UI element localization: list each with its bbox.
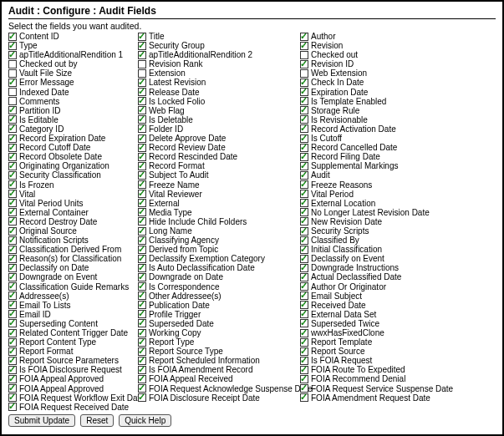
field-option[interactable]: External Data Set [300, 310, 496, 319]
field-option[interactable]: Notification Scripts [8, 236, 138, 245]
field-option[interactable]: New Revision Date [300, 217, 496, 226]
field-option[interactable]: Subject To Audit [138, 170, 300, 180]
field-option[interactable]: Is Revisionable [300, 115, 496, 124]
checkbox-icon[interactable] [8, 60, 17, 68]
field-option[interactable]: Downgrade Instructions [300, 263, 496, 272]
field-option[interactable]: Originating Organization [8, 161, 138, 170]
checkbox-icon[interactable] [138, 217, 146, 226]
field-option[interactable]: FOIA Recommend Denial [300, 374, 496, 383]
field-option[interactable]: FOIA Request Received Date [8, 403, 138, 412]
checkbox-icon[interactable] [300, 393, 308, 402]
field-option[interactable]: Derived from Topic [138, 245, 300, 254]
field-option[interactable]: Record Cutoff Date [8, 143, 138, 152]
field-option[interactable]: Freeze Reasons [300, 180, 496, 190]
field-option[interactable]: FOIA Request Workflow Exit Date [8, 393, 138, 403]
field-option[interactable]: Email To Lists [8, 301, 138, 310]
field-option[interactable]: Vital [8, 190, 138, 199]
field-option[interactable]: Received Date [300, 301, 496, 310]
field-option[interactable]: Category ID [8, 124, 138, 134]
field-option[interactable]: Is Template Enabled [300, 97, 496, 106]
field-option[interactable]: Other Addressee(s) [138, 292, 300, 301]
field-option[interactable]: FOIA Disclosure Receipt Date [138, 393, 300, 403]
field-option[interactable]: FOIA Amendment Request Date [300, 393, 496, 403]
field-option[interactable]: Is FOIA Disclosure Request [8, 365, 138, 374]
field-option[interactable]: Report Template [300, 337, 496, 347]
field-option[interactable]: FOIA Request Acknowledge Suspense Date [138, 384, 300, 393]
field-option[interactable]: Web Extension [300, 68, 496, 78]
quick-help-button[interactable]: Quick Help [119, 414, 171, 427]
field-option[interactable]: Profile Trigger [138, 310, 300, 319]
field-option[interactable]: Vault File Size [8, 68, 138, 78]
field-option[interactable]: Content ID [8, 32, 138, 41]
checkbox-icon[interactable] [138, 124, 146, 133]
field-option[interactable]: apTitleAdditionalRendition 1 [8, 50, 138, 59]
field-option[interactable]: Latest Revision [138, 78, 300, 87]
field-option[interactable]: Report Source [300, 347, 496, 356]
checkbox-icon[interactable] [138, 60, 146, 68]
field-option[interactable]: Actual Declassified Date [300, 272, 496, 281]
field-option[interactable]: Security Classification [8, 170, 138, 180]
field-option[interactable]: Title [138, 32, 300, 41]
field-option[interactable]: External Location [300, 199, 496, 208]
field-option[interactable]: Web Flag [138, 106, 300, 115]
field-option[interactable]: Superseding Content [8, 319, 138, 328]
checkbox-icon[interactable] [8, 403, 17, 411]
field-option[interactable]: Report Content Type [8, 337, 138, 347]
field-option[interactable]: Is Frozen [8, 180, 138, 190]
field-option[interactable]: Classified By [300, 236, 496, 245]
checkbox-icon[interactable] [300, 42, 308, 50]
checkbox-icon[interactable] [8, 79, 17, 87]
field-option[interactable]: Is Deletable [138, 115, 300, 124]
field-option[interactable]: Partition ID [8, 106, 138, 115]
field-option[interactable]: FOIA Request Service Suspense Date [300, 384, 496, 393]
field-option[interactable]: Report Scheduled Information [138, 356, 300, 365]
field-option[interactable]: Hide Include Child Folders [138, 217, 300, 226]
field-option[interactable]: Record Activation Date [300, 124, 496, 134]
field-option[interactable]: Vital Period Units [8, 199, 138, 208]
field-option[interactable]: Superseded Twice [300, 319, 496, 328]
field-option[interactable]: Report Source Type [138, 347, 300, 356]
field-option[interactable]: Report Format [8, 347, 138, 356]
checkbox-icon[interactable] [8, 319, 17, 327]
field-option[interactable]: Extension [138, 68, 300, 78]
field-option[interactable]: Freeze Name [138, 180, 300, 190]
field-option[interactable]: Author [300, 32, 496, 41]
field-option[interactable]: Classification Derived From [8, 245, 138, 254]
submit-update-button[interactable]: Submit Update [8, 414, 75, 427]
field-option[interactable]: Indexed Date [8, 88, 138, 97]
field-option[interactable]: Record Destroy Date [8, 217, 138, 226]
checkbox-icon[interactable] [300, 319, 308, 327]
field-option[interactable]: Record Format [138, 161, 300, 170]
field-option[interactable]: Security Group [138, 41, 300, 50]
field-option[interactable]: Classification Guide Remarks [8, 282, 138, 292]
field-option[interactable]: Type [8, 41, 138, 50]
field-option[interactable]: Email Subject [300, 292, 496, 301]
field-option[interactable]: Record Filing Date [300, 152, 496, 161]
field-option[interactable]: Revision [300, 41, 496, 50]
field-option[interactable]: Email ID [8, 310, 138, 319]
field-option[interactable]: Classifying Agency [138, 236, 300, 245]
field-option[interactable]: Report Source Parameters [8, 356, 138, 365]
field-option[interactable]: Long Name [138, 226, 300, 236]
field-option[interactable]: Error Message [8, 78, 138, 87]
checkbox-icon[interactable] [8, 51, 17, 59]
field-option[interactable]: Superseded Date [138, 319, 300, 328]
field-option[interactable]: Record Cancelled Date [300, 143, 496, 152]
field-option[interactable]: External [138, 199, 300, 208]
field-option[interactable]: Is Locked Folio [138, 97, 300, 106]
field-option[interactable]: Declassify Exemption Category [138, 254, 300, 263]
field-option[interactable]: Comments [8, 97, 138, 106]
field-option[interactable]: apTitleAdditionalRendition 2 [138, 50, 300, 59]
reset-button[interactable]: Reset [80, 414, 114, 427]
field-option[interactable]: Publication Date [138, 301, 300, 310]
field-option[interactable]: Delete Approve Date [138, 134, 300, 143]
field-option[interactable]: Working Copy [138, 328, 300, 337]
field-option[interactable]: Is Auto Declassification Date [138, 263, 300, 272]
field-option[interactable]: Is Editable [8, 115, 138, 124]
field-option[interactable]: Declassify on Event [300, 254, 496, 263]
field-option[interactable]: FOIA Route To Expedited [300, 365, 496, 374]
field-option[interactable]: Downgrade on Event [8, 272, 138, 281]
checkbox-icon[interactable] [300, 60, 308, 68]
field-option[interactable]: Revision ID [300, 59, 496, 68]
field-option[interactable]: Is Cutoff [300, 134, 496, 143]
